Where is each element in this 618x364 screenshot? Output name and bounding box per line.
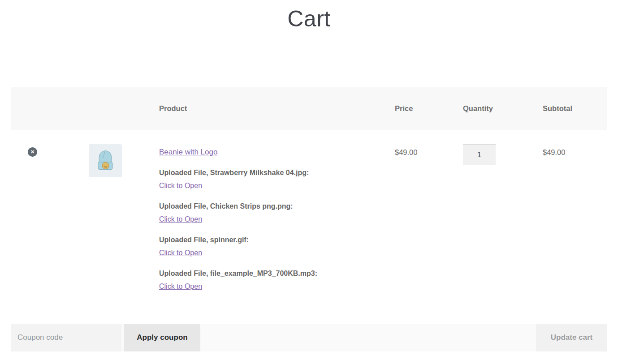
uploaded-file-entry: Uploaded File, Strawberry Milkshake 04.j…: [159, 168, 384, 190]
header-quantity: Quantity: [452, 104, 532, 113]
apply-coupon-button[interactable]: Apply coupon: [124, 324, 200, 351]
page-title: Cart: [0, 5, 618, 32]
uploaded-file-entry: Uploaded File, file_example_MP3_700KB.mp…: [159, 269, 384, 291]
beanie-product-image: [89, 144, 122, 177]
remove-cell: ✕: [11, 130, 78, 157]
subtotal-cell: $49.00: [532, 130, 607, 157]
coupon-code-input[interactable]: [11, 324, 121, 351]
header-product: Product: [148, 104, 384, 113]
product-name-link[interactable]: Beanie with Logo: [159, 148, 217, 156]
item-subtotal: $49.00: [543, 130, 607, 157]
cart-table-header: Product Price Quantity Subtotal: [11, 87, 607, 130]
product-thumbnail-link[interactable]: [89, 144, 122, 177]
quantity-input[interactable]: [463, 144, 496, 165]
item-price: $49.00: [395, 130, 452, 157]
price-cell: $49.00: [384, 130, 452, 157]
uploaded-file-label: Uploaded File, Chicken Strips png.png:: [159, 202, 384, 211]
click-to-open-link[interactable]: Click to Open: [159, 282, 202, 291]
uploaded-file-label: Uploaded File, file_example_MP3_700KB.mp…: [159, 269, 384, 278]
uploaded-file-label: Uploaded File, spinner.gif:: [159, 236, 384, 244]
uploaded-file-label: Uploaded File, Strawberry Milkshake 04.j…: [159, 168, 384, 177]
click-to-open-link[interactable]: Click to Open: [159, 215, 202, 224]
cart-table: Product Price Quantity Subtotal ✕ Beanie…: [11, 87, 607, 315]
cart-actions-bar: Apply coupon Update cart: [11, 324, 607, 351]
cart-item-row: ✕ Beanie with Logo Uploaded File, Strawb…: [11, 130, 607, 315]
update-cart-button[interactable]: Update cart: [536, 324, 607, 351]
thumbnail-cell: [78, 130, 148, 177]
remove-item-button[interactable]: ✕: [28, 147, 37, 157]
uploaded-file-entry: Uploaded File, spinner.gif: Click to Ope…: [159, 236, 384, 257]
header-price: Price: [384, 104, 452, 113]
header-subtotal: Subtotal: [532, 104, 607, 113]
quantity-cell: [452, 130, 532, 165]
product-cell: Beanie with Logo Uploaded File, Strawber…: [148, 130, 384, 315]
uploaded-file-entry: Uploaded File, Chicken Strips png.png: C…: [159, 202, 384, 224]
click-to-open-link[interactable]: Click to Open: [159, 248, 202, 257]
click-to-open-link[interactable]: Click to Open: [159, 181, 202, 190]
circle-x-icon: ✕: [30, 150, 35, 154]
